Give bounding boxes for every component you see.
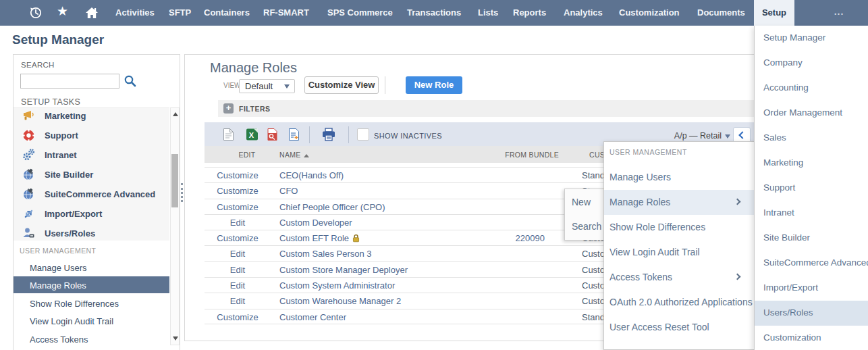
role-name-link[interactable]: CFO <box>279 186 298 196</box>
export-csv-icon[interactable] <box>222 128 235 141</box>
setup-menu-item-company[interactable]: Company <box>755 51 868 76</box>
submenu-item-oauth-2-0-authorized-applications[interactable]: OAuth 2.0 Authorized Applications <box>604 290 755 315</box>
customize-link[interactable]: Customize <box>217 312 259 322</box>
show-inactives-checkbox[interactable] <box>357 128 369 141</box>
setup-menu-item-users-roles[interactable]: Users/Roles <box>755 301 868 326</box>
column-header-from-bundle[interactable]: FROM BUNDLE <box>491 151 559 159</box>
nav-item-customization[interactable]: Customization <box>619 0 680 26</box>
chevron-down-icon[interactable] <box>725 134 730 139</box>
edit-link[interactable]: Edit <box>217 280 259 291</box>
nav-item-sps-commerce[interactable]: SPS Commerce <box>327 0 393 26</box>
customize-link[interactable]: Customize <box>217 202 259 212</box>
sidebar-task-suitecommerce-advanced[interactable]: SuiteCommerce Advanced <box>13 184 169 203</box>
sidebar-scrollbar[interactable] <box>170 107 180 345</box>
nav-item-activities[interactable]: Activities <box>115 0 155 26</box>
submenu-item-access-tokens[interactable]: Access Tokens <box>604 265 755 290</box>
setup-menu: Setup ManagerCompanyAccountingOrder Mana… <box>754 26 868 350</box>
role-name-link[interactable]: Custom Sales Person 3 <box>279 249 372 259</box>
customize-link[interactable]: Customize <box>217 170 259 180</box>
submenu-item-manage-users[interactable]: Manage Users <box>604 165 755 190</box>
from-bundle-value[interactable]: 220090 <box>477 233 545 243</box>
role-name-link[interactable]: Custom System Administrator <box>279 280 395 291</box>
customize-view-button[interactable]: Customize View <box>304 76 379 94</box>
context-menu-item-new[interactable]: New <box>572 197 591 207</box>
export-excel-icon[interactable]: X <box>246 128 259 141</box>
setup-menu-item-order-management[interactable]: Order Management <box>755 101 868 126</box>
role-name-link[interactable]: Chief People Officer (CPO) <box>279 202 385 212</box>
sidebar-link-manage-users[interactable]: Manage Users <box>13 259 169 276</box>
export-icon[interactable] <box>288 128 300 141</box>
role-name-link[interactable]: Custom Developer <box>279 218 352 228</box>
setup-menu-item-label: Sales <box>763 132 786 143</box>
sidebar-link-manage-roles[interactable]: Manage Roles <box>13 276 169 293</box>
nav-item-documents[interactable]: Documents <box>697 0 745 26</box>
nav-item-lists[interactable]: Lists <box>478 0 498 26</box>
setup-menu-item-intranet[interactable]: Intranet <box>755 201 868 226</box>
setup-menu-item-marketing[interactable]: Marketing <box>755 151 868 176</box>
submenu-item-label: OAuth 2.0 Authorized Applications <box>609 297 753 307</box>
context-menu-item-search[interactable]: Search <box>572 221 601 232</box>
role-name-link[interactable]: Custom Warehouse Manager 2 <box>279 296 401 306</box>
megaphone-icon <box>22 109 35 122</box>
nav-item-analytics[interactable]: Analytics <box>564 0 603 26</box>
column-header-edit[interactable]: EDIT <box>226 151 268 159</box>
recent-icon[interactable] <box>29 6 43 20</box>
search-input[interactable] <box>20 74 119 89</box>
role-name-link[interactable]: Customer Center <box>279 312 346 322</box>
nav-item-transactions[interactable]: Transactions <box>407 0 461 26</box>
scroll-up-arrow[interactable] <box>173 112 178 116</box>
setup-menu-item-site-builder[interactable]: Site Builder <box>755 226 868 251</box>
sidebar-task-support[interactable]: Support <box>13 126 169 145</box>
print-icon[interactable] <box>321 128 336 141</box>
customize-link[interactable]: Customize <box>217 233 259 243</box>
export-pdf-icon[interactable] <box>266 128 279 141</box>
user-management-submenu: USER MANAGEMENT Manage UsersManage Roles… <box>603 141 754 350</box>
home-icon[interactable] <box>85 6 99 20</box>
setup-menu-item-import-export[interactable]: Import/Export <box>755 276 868 301</box>
sidebar-task-site-builder[interactable]: Site Builder <box>13 165 169 184</box>
sidebar-task-import-export[interactable]: Import/Export <box>13 204 169 223</box>
nav-tab-setup[interactable]: Setup <box>754 0 794 26</box>
nav-item-reports[interactable]: Reports <box>513 0 546 26</box>
customize-link[interactable]: Customize <box>217 186 259 196</box>
scroll-down-arrow[interactable] <box>173 336 178 341</box>
setup-menu-item-customization[interactable]: Customization <box>755 326 868 350</box>
sidebar-task-users-roles[interactable]: Users/Roles <box>13 224 169 243</box>
scroll-thumb[interactable] <box>171 154 178 207</box>
setup-menu-item-support[interactable]: Support <box>755 176 868 201</box>
sidebar-link-access-tokens[interactable]: Access Tokens <box>13 330 169 348</box>
nav-item-rf-smart[interactable]: RF-SMART <box>263 0 309 26</box>
edit-link[interactable]: Edit <box>217 249 259 259</box>
setup-menu-item-setup-manager[interactable]: Setup Manager <box>755 26 868 51</box>
role-name-link[interactable]: Custom EFT Role <box>279 233 360 245</box>
search-icon[interactable] <box>124 74 137 88</box>
edit-link[interactable]: Edit <box>217 265 259 275</box>
submenu-item-show-role-differences[interactable]: Show Role Differences <box>604 215 755 240</box>
view-select[interactable]: Default <box>239 79 295 93</box>
filters-bar[interactable]: + FILTERS <box>218 100 782 117</box>
sidebar-resize-handle[interactable] <box>181 183 183 202</box>
sidebar-task-marketing[interactable]: Marketing <box>13 106 169 125</box>
setup-menu-item-sales[interactable]: Sales <box>755 126 868 151</box>
edit-link[interactable]: Edit <box>217 296 259 306</box>
role-name-link[interactable]: CEO(Hands Off) <box>279 170 344 180</box>
submenu-item-manage-roles[interactable]: Manage Roles <box>604 190 755 215</box>
view-label: VIEW <box>223 82 241 89</box>
role-name-link[interactable]: Custom Store Manager Deployer <box>279 265 408 275</box>
nav-overflow-button[interactable]: ... <box>831 0 847 26</box>
expand-filters-icon[interactable]: + <box>223 103 234 114</box>
nav-item-sftp[interactable]: SFTP <box>169 0 191 26</box>
star-icon[interactable]: ★ <box>57 3 70 17</box>
column-header-name[interactable]: NAME <box>279 151 309 159</box>
setup-menu-item-accounting[interactable]: Accounting <box>755 76 868 101</box>
new-role-button[interactable]: New Role <box>406 76 462 94</box>
setup-menu-item-suitecommerce-advanced[interactable]: SuiteCommerce Advanced <box>755 251 868 276</box>
sidebar-link-show-role-differences[interactable]: Show Role Differences <box>13 295 169 312</box>
range-selector[interactable]: A/p — Retail <box>650 131 722 141</box>
edit-link[interactable]: Edit <box>217 218 259 228</box>
submenu-item-view-login-audit-trail[interactable]: View Login Audit Trail <box>604 240 755 265</box>
sidebar-link-view-login-audit-trail[interactable]: View Login Audit Trail <box>13 312 169 330</box>
submenu-item-user-access-reset-tool[interactable]: User Access Reset Tool <box>604 315 755 340</box>
sidebar-task-intranet[interactable]: Intranet <box>13 145 169 164</box>
nav-item-containers[interactable]: Containers <box>204 0 250 26</box>
